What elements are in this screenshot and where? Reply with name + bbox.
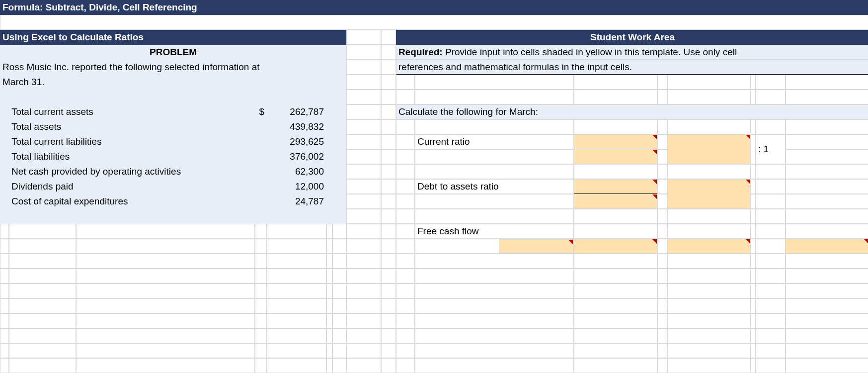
blank-cell	[396, 313, 415, 328]
blank-cell	[396, 209, 415, 224]
blank-cell	[756, 358, 786, 373]
blank-cell	[346, 284, 381, 298]
blank-cell	[751, 239, 756, 254]
blank-cell	[396, 179, 415, 194]
blank-cell	[255, 224, 267, 239]
blank-cell	[574, 284, 657, 298]
blank-cell	[346, 358, 381, 373]
blank-cell	[76, 328, 255, 343]
blank-cell	[326, 254, 332, 269]
blank-cell	[657, 343, 667, 358]
blank-cell	[267, 298, 326, 313]
blank-cell	[415, 298, 574, 313]
debt-assets-denominator-input[interactable]	[574, 194, 657, 209]
blank-cell	[574, 358, 657, 373]
blank-cell	[751, 194, 756, 209]
blank-cell	[667, 358, 751, 373]
blank-cell	[786, 164, 868, 179]
blank-cell	[574, 90, 657, 104]
blank-cell	[667, 209, 751, 224]
blank-cell	[786, 298, 868, 313]
blank-cell	[255, 328, 267, 343]
blank-cell	[415, 254, 574, 269]
required-line-1: Required: Provide input into cells shade…	[396, 45, 868, 60]
blank-cell	[574, 298, 657, 313]
calc-intro: Calculate the following for March:	[396, 104, 868, 119]
blank-cell	[786, 75, 868, 90]
blank-cell	[0, 239, 9, 254]
fcf-input-3[interactable]	[667, 239, 751, 254]
blank-lblue	[255, 149, 267, 164]
blank-cell	[751, 269, 756, 284]
gap-cell	[381, 134, 396, 149]
blank-cell	[574, 313, 657, 328]
blank-cell	[786, 284, 868, 298]
ta-label: Total assets	[9, 119, 255, 134]
blank-cell	[0, 343, 9, 358]
current-ratio-numerator-input[interactable]	[574, 134, 657, 149]
blank-cell	[415, 149, 574, 164]
blank-cell	[332, 313, 346, 328]
blank-cell	[76, 254, 255, 269]
blank-cell	[9, 343, 76, 358]
blank-cell	[346, 328, 381, 343]
cap-label: Cost of capital expenditures	[9, 194, 255, 209]
blank-cell	[756, 284, 786, 298]
current-ratio-denominator-input[interactable]	[574, 149, 657, 164]
blank-cell	[267, 239, 326, 254]
blank-cell	[76, 298, 255, 313]
div-value: 12,000	[267, 179, 326, 194]
blank-cell	[667, 313, 751, 328]
blank-cell	[326, 239, 332, 254]
fcf-input-4[interactable]	[786, 239, 868, 254]
blank-cell	[756, 164, 786, 179]
blank-cell	[0, 254, 9, 269]
blank-cell	[751, 164, 756, 179]
blank-cell	[751, 134, 756, 164]
current-ratio-result-input[interactable]	[667, 134, 751, 164]
blank-lblue	[255, 134, 267, 149]
blank-cell	[267, 313, 326, 328]
debt-assets-numerator-input[interactable]	[574, 179, 657, 194]
blank-cell	[346, 298, 381, 313]
blank-cell	[9, 239, 76, 254]
blank-cell	[381, 328, 396, 343]
blank-cell	[751, 343, 756, 358]
blank-cell	[346, 313, 381, 328]
blank-cell	[346, 224, 381, 239]
blank-cell	[667, 343, 751, 358]
blank-cell	[667, 164, 751, 179]
blank-cell	[786, 224, 868, 239]
blank-cell	[751, 254, 756, 269]
blank-cell	[786, 343, 868, 358]
blank-cell	[756, 254, 786, 269]
blank-cell	[415, 209, 574, 224]
blank-cell	[415, 343, 574, 358]
blank-cell	[667, 298, 751, 313]
blank-cell	[751, 284, 756, 298]
blank-cell	[667, 269, 751, 284]
fcf-input-1[interactable]	[499, 239, 573, 253]
blank-cell	[756, 298, 786, 313]
tcl-value: 293,625	[267, 134, 326, 149]
blank-cell	[332, 358, 346, 373]
blank-cell	[332, 284, 346, 298]
debt-assets-result-input[interactable]	[667, 179, 751, 209]
blank-cell	[657, 119, 667, 134]
tl-value: 376,002	[267, 149, 326, 164]
blank-cell	[332, 298, 346, 313]
blank-cell	[751, 358, 756, 373]
blank-cell	[346, 269, 381, 284]
indent-cell	[0, 119, 9, 134]
blank-cell	[751, 313, 756, 328]
blank-cell	[396, 119, 415, 134]
fcf-input-2[interactable]	[574, 239, 657, 254]
gap-cell	[346, 90, 381, 104]
gap-cell	[381, 75, 396, 90]
blank-cell	[756, 313, 786, 328]
blank-cell	[0, 224, 9, 239]
blank-cell	[255, 269, 267, 284]
blank-cell	[332, 239, 346, 254]
blank-cell	[0, 328, 9, 343]
tl-label: Total liabilities	[9, 149, 255, 164]
